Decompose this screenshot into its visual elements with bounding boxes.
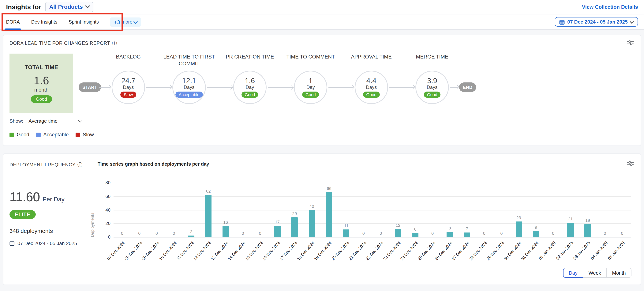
bar-column: 21 xyxy=(562,183,579,237)
chevron-down-icon xyxy=(133,19,138,24)
stage-value: 24.7 xyxy=(121,77,135,85)
bar-column: 16 xyxy=(217,183,234,237)
bar-column: 0 xyxy=(372,183,390,237)
legend-label: Good xyxy=(17,132,29,138)
more-tabs-button[interactable]: +3 more xyxy=(110,17,141,27)
legend-label: Slow xyxy=(83,132,94,138)
bar-column: 0 xyxy=(355,183,372,237)
chart-settings-icon[interactable] xyxy=(627,40,634,47)
toggle-week-button[interactable]: Week xyxy=(583,268,607,278)
bar-column: 0 xyxy=(148,183,165,237)
arrow-head-icon xyxy=(107,85,112,90)
y-axis-tick: 40 xyxy=(98,207,110,212)
bar-column: 0 xyxy=(476,183,493,237)
x-axis-cell: 01 Jan 2025 xyxy=(544,239,562,265)
stage-name: TIME TO COMMENT xyxy=(282,54,339,70)
top-header: Insights for All Products View Collectio… xyxy=(0,0,644,14)
x-axis-cell: 13 Dec 2024 xyxy=(217,239,234,265)
bar-column: 0 xyxy=(252,183,269,237)
bar-column: 0 xyxy=(596,183,614,237)
bar-value-label: 2 xyxy=(190,230,192,234)
bar-value-label: 12 xyxy=(396,223,400,227)
toggle-day-button[interactable]: Day xyxy=(563,268,583,278)
bar-column: 0 xyxy=(114,183,131,237)
bar-value-label: 0 xyxy=(362,231,365,235)
stage-unit: Days xyxy=(184,85,194,90)
stage-unit: Days xyxy=(123,85,134,90)
bar-value-label: 0 xyxy=(500,231,502,235)
total-time-rating-badge: Good xyxy=(31,95,52,103)
stage-circle: 12.1DaysAcceptable xyxy=(172,71,206,104)
info-icon[interactable]: ⓘ xyxy=(112,40,117,47)
bar-value-label: 7 xyxy=(466,226,468,231)
bar-column: 0 xyxy=(424,183,441,237)
chart-settings-icon[interactable] xyxy=(627,161,634,168)
stage-name: BACKLOG xyxy=(100,54,157,70)
stage-name: MERGE TIME xyxy=(404,54,460,70)
deployment-rate: 11.60Per Day xyxy=(10,190,64,204)
granularity-toggle: DayWeekMonth xyxy=(563,268,632,278)
bar-column: 9 xyxy=(528,183,545,237)
tabs-bar: DORADev InsightsSprint Insights +3 more … xyxy=(0,14,644,30)
stage-rating-badge: Good xyxy=(363,92,380,98)
toggle-month-button[interactable]: Month xyxy=(606,268,632,278)
bar-value-label: 0 xyxy=(431,231,434,235)
x-axis-cell: 05 Jan 2025 xyxy=(614,239,631,265)
tab-dora[interactable]: DORA xyxy=(6,15,20,29)
tab-dev-insights[interactable]: Dev Insights xyxy=(31,15,57,29)
x-axis-cell: 30 Dec 2024 xyxy=(510,239,528,265)
stage-rating-badge: Good xyxy=(302,92,319,98)
x-axis-cell: 02 Jan 2025 xyxy=(562,239,579,265)
date-range-picker[interactable]: 07 Dec 2024 - 05 Jan 2025 xyxy=(555,17,638,27)
legend-item-acceptable: Acceptable xyxy=(36,132,69,138)
bar xyxy=(584,224,591,237)
bar-value-label: 11 xyxy=(344,224,348,228)
stage-rating-badge: Good xyxy=(424,92,441,98)
stage-rating-badge: Slow xyxy=(120,92,136,98)
info-icon[interactable]: ⓘ xyxy=(78,161,82,168)
bar-value-label: 21 xyxy=(568,217,573,221)
stage-circle: 1.6DayGood xyxy=(233,71,266,104)
bar-value-label: 0 xyxy=(242,231,244,235)
arrow-head-icon xyxy=(289,85,294,90)
x-axis-cell: 24 Dec 2024 xyxy=(407,239,424,265)
x-axis-cell: 11 Dec 2024 xyxy=(182,239,200,265)
bar xyxy=(222,226,229,237)
x-axis-cell: 28 Dec 2024 xyxy=(476,239,493,265)
arrow-head-icon xyxy=(350,85,354,90)
date-range-value: 07 Dec 2024 - 05 Jan 2025 xyxy=(567,19,628,25)
more-label: more xyxy=(122,19,132,25)
deployment-title-text: DEPLOYMENT FREQUENCY xyxy=(10,162,76,168)
rating-legend: GoodAcceptableSlow xyxy=(10,132,94,138)
stage-value: 4.4 xyxy=(366,77,376,85)
deployment-date-range-text: 07 Dec 2024 - 05 Jan 2025 xyxy=(18,240,77,246)
x-axis-cell: 03 Jan 2025 xyxy=(579,239,596,265)
bar-column: 0 xyxy=(544,183,562,237)
show-value: Average time xyxy=(28,118,58,124)
x-axis-cell: 26 Dec 2024 xyxy=(441,239,458,265)
bar-value-label: 8 xyxy=(449,225,451,230)
flow-stage-time-to-comment: TIME TO COMMENT1DayGood xyxy=(282,54,339,70)
x-axis-cell: 07 Dec 2024 xyxy=(114,239,131,265)
stage-unit: Day xyxy=(246,85,254,90)
bar-value-label: 16 xyxy=(223,220,228,225)
bar-value-label: 0 xyxy=(173,231,175,235)
bar-column: 2 xyxy=(182,183,200,237)
view-collection-details-link[interactable]: View Collection Details xyxy=(582,4,638,10)
bar-column: 0 xyxy=(493,183,510,237)
product-selector-value: All Products xyxy=(49,4,83,10)
show-metric-dropdown[interactable]: Show: Average time xyxy=(10,118,82,124)
x-axis-cell: 08 Dec 2024 xyxy=(131,239,148,265)
tab-sprint-insights[interactable]: Sprint Insights xyxy=(69,15,99,29)
bar-value-label: 0 xyxy=(483,231,485,235)
show-label: Show: xyxy=(10,118,23,124)
product-selector-dropdown[interactable]: All Products xyxy=(45,2,94,12)
bar-value-label: 0 xyxy=(552,231,554,235)
flow-stage-approval-time: APPROVAL TIME4.4DaysGood xyxy=(343,54,400,70)
legend-swatch xyxy=(36,132,41,137)
x-axis-cell: 22 Dec 2024 xyxy=(372,239,390,265)
bar-value-label: 0 xyxy=(121,231,123,235)
legend-item-good: Good xyxy=(10,132,29,138)
arrow-head-icon xyxy=(168,85,172,90)
stage-value: 3.9 xyxy=(427,77,437,85)
